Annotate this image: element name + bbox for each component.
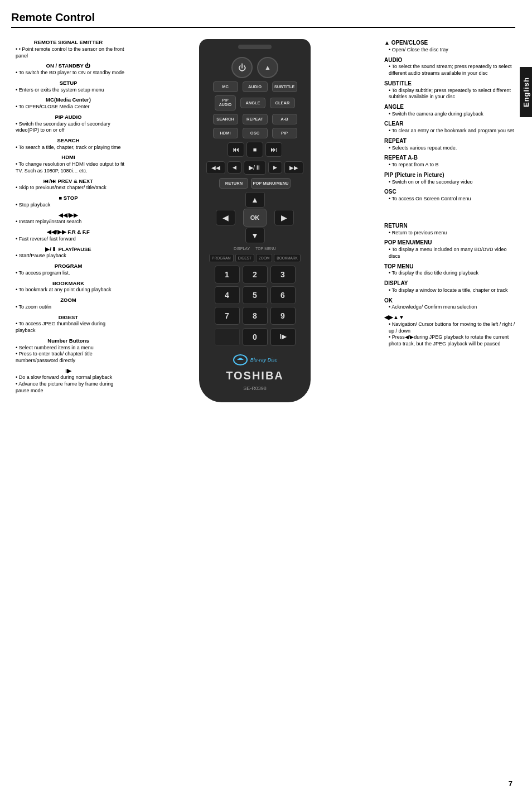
display-topmenu-label-row: DISPLAY TOP MENU [205,247,305,251]
ann-bookmark: BOOKMARK • To bookmark at any point duri… [11,280,125,294]
ann-return: RETURN Return to previous menu [384,222,515,237]
return-button[interactable]: RETURN [219,178,248,189]
angle-button[interactable]: ANGLE [240,98,265,108]
num-9-button[interactable]: 9 [270,307,296,325]
dpad-mid-row: ◀ OK ▶ [216,209,294,227]
return-popmenu-row: RETURN POP MENU/MENU [205,178,305,189]
prev-chapter-button[interactable]: ⏮ [228,142,244,157]
subtitle-button[interactable]: SUBTITLE [272,81,297,92]
left-annotations: REMOTE SIGNAL EMITTER • Point remote con… [11,39,125,398]
ann-repeat: REPEAT Selects various repeat mode. [384,137,515,152]
pip-angle-clear-row: PIP AUDIO ANGLE CLEAR [205,95,305,110]
num-6-button[interactable]: 6 [270,286,296,304]
hdmi-button[interactable]: HDMI [213,128,238,138]
ann-instant-replay: ◀◀/▶▶ • Instant replay/instant search [11,212,125,226]
ann-zoom: ZOOM • To zoom out/in [11,297,125,311]
dpad-left-button[interactable]: ◀ [216,210,235,225]
ir-emitter [238,45,272,49]
ann-hdmi: HDMI • To change resolution of HDMI vide… [11,154,125,174]
search-repeat-ab-row: SEARCH REPEAT A-B [205,114,305,124]
ann-top-menu: TOP MENU To display the disc title durin… [384,263,515,277]
ab-button[interactable]: A-B [272,114,297,124]
ann-angle: ANGLE Switch the camera angle during pla… [384,103,515,118]
ann-number-buttons: Number Buttons • Select numbered items i… [11,338,125,364]
ann-ok: OK Acknowledge/ Confirm menu selection [384,297,515,311]
num-8-button[interactable]: 8 [243,307,268,325]
clear-button[interactable]: CLEAR [270,98,295,108]
play-pause-button[interactable]: ▶/⏸ [244,161,266,175]
mc-button[interactable]: MC [213,81,238,92]
num-empty-left [215,328,240,346]
ann-osc: OSC To access On Screen Control menu [384,188,515,203]
ann-mc: MC(Media Center) • To OPEN/CLOSE Media C… [11,97,125,110]
search-button[interactable]: SEARCH [213,114,238,124]
ann-pip-audio: PIP AUDIO • Switch the secondary audio o… [11,114,125,134]
ann-repeat-ab: REPEAT A-B To repeat from A to B [384,154,515,169]
ann-search: SEARCH • To search a title, chapter, tra… [11,137,125,151]
page-number: 7 [509,779,512,788]
next-chapter-button[interactable]: ⏭ [265,142,282,157]
ann-play-pause: ▶/⏸ PLAY/PAUSE • Start/Pause playback [11,246,125,260]
ann-audio: AUDIO To select the sound stream; press … [384,56,515,77]
repeat-button[interactable]: REPEAT [243,114,268,124]
stop-button[interactable]: ■ [246,142,263,157]
ann-display: DISPLAY To display a window to locate a … [384,280,515,294]
ann-setup: SETUP • Enters or exits the system setup… [11,80,125,94]
num-5-button[interactable]: 5 [243,286,268,304]
bookmark-button[interactable]: BOOKMARK [274,254,301,262]
prog-digest-zoom-bookmark-row: PROGRAM DIGEST ZOOM BOOKMARK [205,254,305,262]
slow-fwd-button[interactable]: ▶ [268,161,282,174]
display-label: DISPLAY [234,247,250,251]
zero-row: 0 I▶ [215,328,296,346]
ann-open-close: ▲ OPEN/CLOSE Open/ Close the disc tray [384,39,515,54]
frame-fwd-button[interactable]: I▶ [270,328,296,346]
ok-button[interactable]: OK [243,209,267,227]
hdmi-osc-pip-row: HDMI OSC PIP [205,128,305,138]
transport-row2: ◀◀ ◀ ▶/⏸ ▶ ▶▶ [205,161,305,175]
num-3-button[interactable]: 3 [270,266,296,283]
audio-button[interactable]: AUDIO [243,81,268,92]
dpad-up-button[interactable]: ▲ [245,192,265,208]
top-menu-label: TOP MENU [255,247,276,251]
ann-frf: ◀◀/▶▶ F.R & F.F • Fast reverse/ fast for… [11,229,125,243]
num-0-button[interactable]: 0 [243,328,268,346]
remote-control: ⏻ ▲ MC AUDIO SUBTITLE PIP AUDIO ANGLE CL… [128,39,381,402]
ann-pop-menu: POP MENU/MENU To display a menu included… [384,239,515,259]
num-2-button[interactable]: 2 [243,266,268,283]
fast-rev-button[interactable]: ◀◀ [206,161,225,174]
ann-prev-next: ⏮/⏭ PREV & NEXT • Skip to previous/next … [11,178,125,192]
dpad-right-button[interactable]: ▶ [274,210,294,225]
ann-subtitle: SUBTITLE To display subtitle; press repe… [384,80,515,100]
power-button[interactable]: ⏻ [231,57,253,78]
num-4-button[interactable]: 4 [215,286,240,304]
transport-row1: ⏮ ■ ⏭ [205,142,305,157]
mc-audio-subtitle-row: MC AUDIO SUBTITLE [205,81,305,92]
remote-body: ⏻ ▲ MC AUDIO SUBTITLE PIP AUDIO ANGLE CL… [199,39,311,402]
number-grid: 1 2 3 4 5 6 7 8 9 [215,266,296,325]
zoom-button[interactable]: ZOOM [256,254,273,262]
eject-button[interactable]: ▲ [257,57,278,78]
page-title: Remote Control [11,11,515,28]
ann-program: PROGRAM • To access program list. [11,263,125,277]
ann-remote-signal: REMOTE SIGNAL EMITTER • Point remote con… [11,39,125,59]
dpad-down-button[interactable]: ▼ [245,228,265,243]
model-number: SE-R0398 [243,386,267,391]
ann-slow-fwd: I▶ • Do a slow forward during normal pla… [11,368,125,394]
program-button[interactable]: PROGRAM [209,254,234,262]
slow-rev-button[interactable]: ◀ [228,161,241,174]
digest-button[interactable]: DIGEST [235,254,254,262]
language-tab: English [520,67,532,117]
pip-button[interactable]: PIP [272,128,297,138]
bluray-text: Blu-ray Disc [250,357,278,363]
pip-audio-button[interactable]: PIP AUDIO [215,95,236,110]
num-1-button[interactable]: 1 [215,266,240,283]
pop-menu-button[interactable]: POP MENU/MENU [251,178,290,189]
fast-fwd-button[interactable]: ▶▶ [284,161,303,174]
right-annotations: ▲ OPEN/CLOSE Open/ Close the disc tray A… [384,39,515,350]
ann-pip: PIP (Picture in Picture) Switch on or of… [384,171,515,186]
bluray-logo-area: Blu-ray Disc [233,354,278,366]
num-7-button[interactable]: 7 [215,307,240,325]
power-eject-row: ⏻ ▲ [205,57,305,78]
ann-nav-arrows: ◀▶▲▼ Navigation/ Cursor buttons for movi… [384,314,515,348]
osc-button[interactable]: OSC [243,128,268,138]
